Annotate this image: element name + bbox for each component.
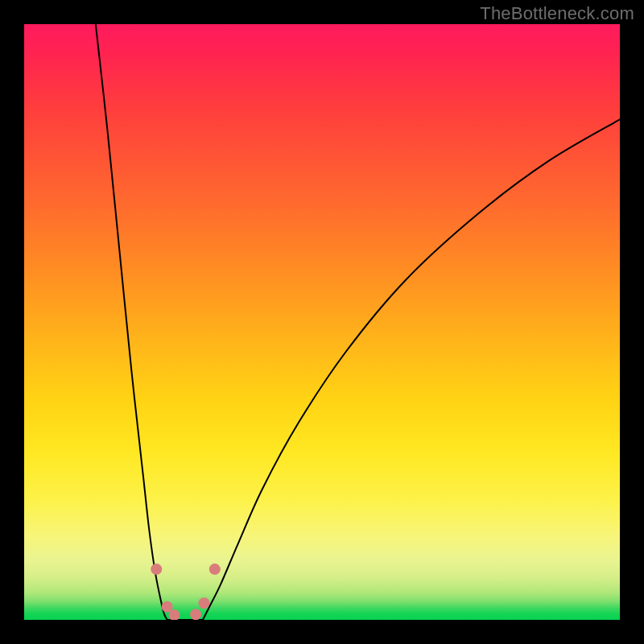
attribution-label: TheBottleneck.com (480, 3, 634, 24)
marker-dot-0 (151, 564, 162, 575)
marker-dot-4 (198, 597, 209, 609)
marker-dot-5 (209, 564, 221, 575)
chart-frame: TheBottleneck.com (0, 0, 644, 644)
marker-layer (24, 24, 620, 620)
plot-area (24, 24, 620, 620)
marker-dot-3 (190, 609, 201, 620)
